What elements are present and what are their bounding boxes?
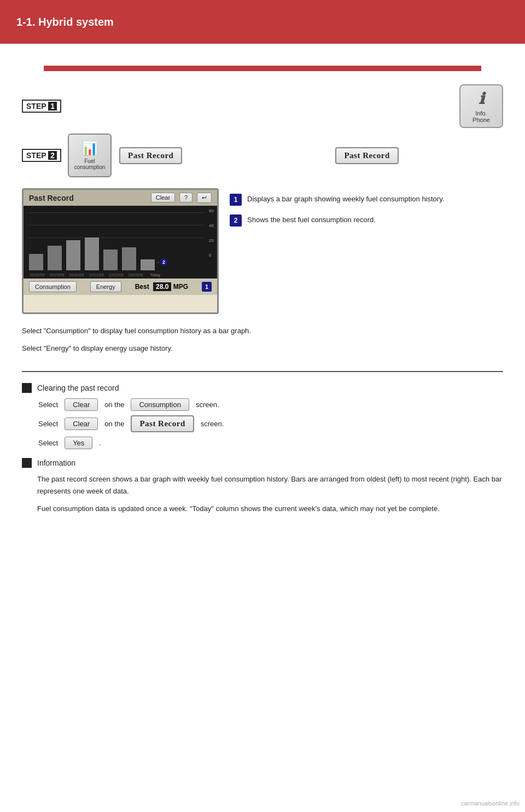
screen-question-btn[interactable]: ? — [179, 193, 192, 202]
note-text-1: Displays a bar graph showing weekly fuel… — [247, 194, 444, 205]
line3-select: Select — [38, 439, 58, 447]
screen-best: Best 28.0 MPG — [135, 283, 188, 291]
section-red-bar — [44, 66, 481, 71]
line1-screen: screen. — [196, 401, 219, 409]
tab-consumption[interactable]: Consumption — [29, 281, 77, 292]
date-3: 09/30/08 — [67, 273, 86, 277]
chart-bar-2 — [48, 246, 62, 270]
step1-box: STEP 1 — [22, 100, 61, 113]
consumption-btn[interactable]: Consumption — [131, 398, 189, 411]
desc-para-2: Select "Energy" to display energy usage … — [22, 343, 503, 355]
tab-energy[interactable]: Energy — [90, 281, 121, 292]
screen-container: Past Record Clear ? ↩ 60 40 20 0 — [22, 188, 503, 314]
date-1: 09/26/08 — [28, 273, 46, 277]
page-header: 1-1. Hybrid system — [0, 0, 525, 44]
screen-back-btn[interactable]: ↩ — [197, 193, 212, 203]
screen-bottom-bar: Consumption Energy Best 28.0 MPG 1 — [24, 279, 217, 295]
step1-num: 1 — [48, 102, 57, 111]
section2-title: Information — [37, 459, 75, 467]
badge2-pointer: ←2 — [156, 259, 167, 265]
chart-area: 60 40 20 0 ←2 — [24, 206, 217, 271]
line2-select: Select — [38, 420, 58, 428]
line1-on-the: on the — [104, 401, 124, 409]
screen-title-bar: Past Record Clear ? ↩ — [24, 190, 217, 206]
chart-bar-3 — [66, 240, 80, 270]
line2-screen: screen. — [201, 420, 224, 428]
section2-bullet — [22, 458, 32, 468]
section1-line1: Select Clear on the Consumption screen. — [38, 398, 503, 411]
screen-buttons: Clear ? ↩ — [149, 193, 212, 203]
step2-num: 2 — [48, 151, 57, 160]
step1-row: STEP 1 ℹ Info.Phone — [22, 84, 503, 128]
best-unit: MPG — [173, 283, 188, 291]
screen-notes: 1 Displays a bar graph showing weekly fu… — [230, 194, 444, 314]
fuel-consumption-button[interactable]: 📊 Fuelconsumption — [68, 134, 112, 177]
section2-para2: Fuel consumption data is updated once a … — [37, 503, 503, 515]
date-5: 10/02/08 — [107, 273, 125, 277]
note-num-1: 1 — [230, 194, 242, 206]
date-4: 10/01/08 — [87, 273, 106, 277]
yes-btn[interactable]: Yes — [65, 437, 92, 449]
past-record-screen: Past Record Clear ? ↩ 60 40 20 0 — [22, 188, 219, 314]
date-today: Today — [146, 273, 165, 277]
section2-para1: The past record screen shows a bar graph… — [37, 473, 503, 497]
step2-box: STEP 2 — [22, 149, 61, 162]
note-item-1: 1 Displays a bar graph showing weekly fu… — [230, 194, 444, 206]
note-item-2: 2 Shows the best fuel consumption record… — [230, 214, 444, 227]
line3-period: . — [99, 439, 101, 447]
note-num-2: 2 — [230, 214, 242, 227]
section1-line2: Select Clear on the Past Record screen. — [38, 415, 503, 432]
chart-bar-today: ←2 — [141, 259, 155, 270]
watermark: carmanualsonline.info — [461, 800, 520, 807]
line2-on-the: on the — [104, 420, 124, 428]
date-6: 10/03/08 — [126, 273, 145, 277]
section1-line3: Select Yes . — [38, 437, 503, 449]
header-title: 1-1. Hybrid system — [16, 16, 114, 28]
chart-bar-4 — [85, 237, 99, 270]
section2-header: Information — [22, 458, 503, 468]
past-record-btn-right[interactable]: Past Record — [335, 147, 398, 164]
section1-bullet — [22, 383, 32, 393]
chart-bar-6 — [122, 247, 136, 270]
step2-past-records: Past Record Past Record — [119, 147, 399, 164]
info-phone-label: Info.Phone — [472, 110, 490, 123]
step1-label: STEP — [26, 102, 46, 111]
step2-label: STEP — [26, 151, 46, 160]
chart-label-60: 60 — [209, 208, 214, 213]
best-value: 28.0 — [153, 282, 171, 291]
best-label: Best — [135, 283, 149, 291]
desc-para-1: Select "Consumption" to display fuel con… — [22, 325, 503, 337]
note-text-2: Shows the best fuel consumption record. — [247, 214, 376, 225]
info-icon: ℹ — [479, 90, 485, 108]
past-record-btn-lower[interactable]: Past Record — [131, 415, 194, 432]
clear-btn-1[interactable]: Clear — [65, 398, 98, 411]
clear-btn-2[interactable]: Clear — [65, 417, 98, 430]
section1-title: Clearing the past record — [37, 384, 119, 392]
step2-row: STEP 2 📊 Fuelconsumption Past Record Pas… — [22, 134, 503, 177]
line1-select: Select — [38, 401, 58, 409]
chart-label-40: 40 — [209, 223, 214, 228]
info-phone-button[interactable]: ℹ Info.Phone — [459, 84, 503, 128]
screen-title: Past Record — [29, 194, 74, 202]
section1-header: Clearing the past record — [22, 383, 503, 393]
fuel-label: Fuelconsumption — [74, 158, 106, 170]
chart-badge-2: 2 — [161, 259, 167, 265]
chart-dates-row: 09/26/08 09/29/08 09/30/08 10/01/08 10/0… — [24, 271, 217, 279]
chart-bar-1 — [29, 254, 43, 270]
past-record-btn-left[interactable]: Past Record — [119, 147, 182, 164]
date-2: 09/29/08 — [48, 273, 66, 277]
section-divider — [22, 371, 503, 372]
screen-clear-btn[interactable]: Clear — [151, 193, 175, 202]
fuel-icon: 📊 — [81, 141, 98, 156]
chart-label-0: 0 — [209, 253, 214, 258]
screen-badge-1: 1 — [202, 282, 212, 292]
chart-bar-5 — [103, 250, 118, 270]
chart-label-20: 20 — [209, 238, 214, 243]
step1-left: STEP 1 — [22, 100, 68, 113]
